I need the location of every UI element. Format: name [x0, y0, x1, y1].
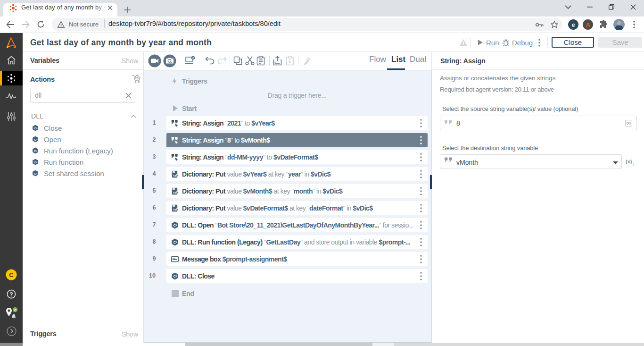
svg-text:Aa: Aa [173, 174, 177, 177]
svg-text:Aa: Aa [173, 191, 177, 194]
svg-text:Aa: Aa [173, 208, 177, 211]
svg-text:C: C [173, 275, 176, 278]
svg-text:?: ? [9, 291, 13, 298]
svg-text:C: C [173, 224, 176, 227]
svg-text:e: e [572, 21, 575, 28]
svg-text:C: C [173, 241, 176, 244]
svg-text:C: C [9, 271, 14, 278]
svg-text:A: A [586, 21, 590, 28]
